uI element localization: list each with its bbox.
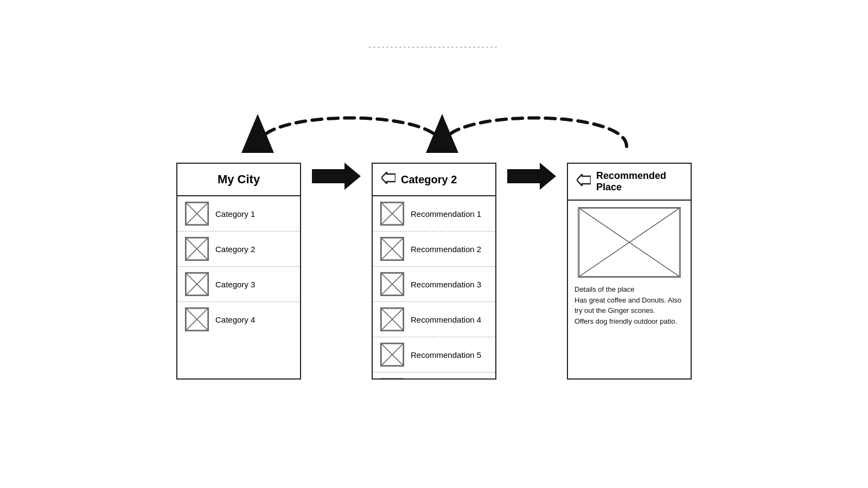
category-title: Category 2 xyxy=(401,174,457,186)
recommendation-list: Recommendation 1 Recommendation 2 Recomm… xyxy=(373,196,495,378)
forward-arrow-1 xyxy=(312,163,361,190)
category-2-icon xyxy=(185,237,209,261)
category-3-label: Category 3 xyxy=(215,280,255,289)
arrow-1-spacer xyxy=(301,163,372,190)
svg-marker-16 xyxy=(381,172,395,184)
category-panel: Category 2 Recommendation 1 Recommendati… xyxy=(372,163,496,380)
category-4-label: Category 4 xyxy=(215,315,255,324)
rec-1-label: Recommendation 1 xyxy=(411,209,481,219)
arrow-2-spacer xyxy=(496,163,567,190)
list-item[interactable]: Recommendation 3 xyxy=(373,267,495,302)
list-item[interactable]: Category 2 xyxy=(177,232,300,267)
category-3-icon xyxy=(185,272,209,296)
category-2-label: Category 2 xyxy=(215,245,255,254)
rec-6-icon xyxy=(380,378,404,378)
svg-marker-15 xyxy=(312,163,361,190)
rec-4-icon xyxy=(380,307,404,331)
place-image xyxy=(578,207,681,278)
rec-5-icon xyxy=(380,343,404,367)
place-back-icon[interactable] xyxy=(577,174,591,189)
place-panel: Recommended Place Details of the placeHa… xyxy=(567,163,692,380)
svg-marker-36 xyxy=(577,174,591,186)
place-title: Recommended Place xyxy=(596,170,682,193)
city-panel: My City Category 1 Category 2 xyxy=(176,163,301,380)
rec-2-label: Recommendation 2 xyxy=(411,245,481,254)
category-4-icon xyxy=(185,307,209,331)
list-item[interactable]: Recommendation 4 xyxy=(373,302,495,337)
list-item[interactable]: Category 1 xyxy=(177,196,300,232)
category-back-icon[interactable] xyxy=(381,172,395,187)
rec-3-icon xyxy=(380,272,404,296)
category-list: Category 1 Category 2 Category 3 xyxy=(177,196,300,337)
rec-2-icon xyxy=(380,237,404,261)
list-item[interactable]: Recommendation 2 xyxy=(373,232,495,267)
forward-arrow-2 xyxy=(507,163,556,190)
list-item[interactable]: Category 3 xyxy=(177,267,300,302)
list-item[interactable]: Recommendation 5 xyxy=(373,337,495,373)
rec-1-icon xyxy=(380,202,404,226)
place-panel-header[interactable]: Recommended Place xyxy=(568,164,691,201)
list-item[interactable]: Recommendation 6 xyxy=(373,373,495,378)
category-panel-header[interactable]: Category 2 xyxy=(373,164,495,196)
rec-5-label: Recommendation 5 xyxy=(411,350,481,359)
category-1-icon xyxy=(185,202,209,226)
rec-3-label: Recommendation 3 xyxy=(411,280,481,289)
svg-marker-35 xyxy=(507,163,556,190)
place-details: Details of the placeHas great coffee and… xyxy=(568,284,691,333)
list-item[interactable]: Category 4 xyxy=(177,302,300,337)
place-details-text: Details of the placeHas great coffee and… xyxy=(575,285,681,325)
city-panel-header: My City xyxy=(177,164,300,196)
city-title: My City xyxy=(218,172,260,187)
list-item[interactable]: Recommendation 1 xyxy=(373,196,495,232)
rec-4-label: Recommendation 4 xyxy=(411,315,481,324)
category-1-label: Category 1 xyxy=(215,209,255,219)
